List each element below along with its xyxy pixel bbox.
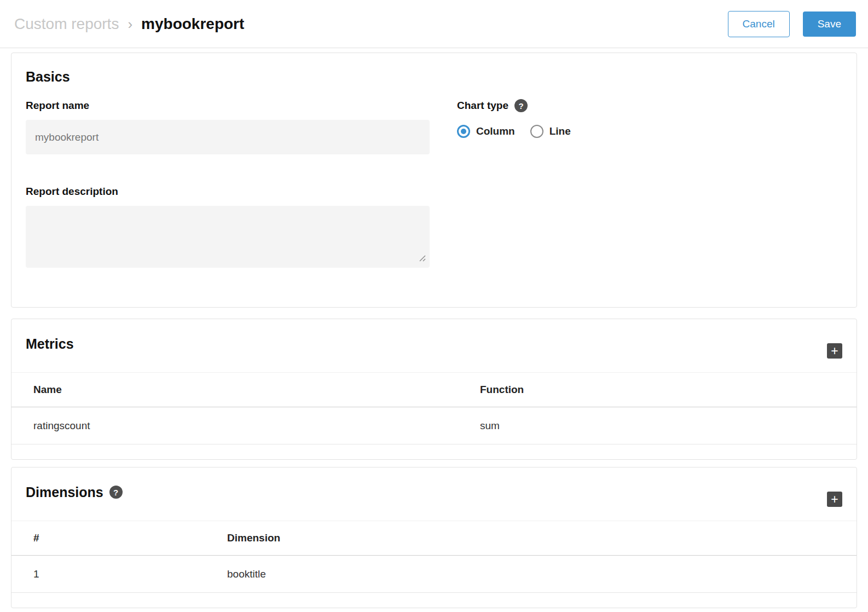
dimensions-help-icon[interactable]: ?: [109, 486, 123, 499]
chart-type-option-line[interactable]: Line: [530, 125, 571, 138]
chevron-right-icon: ›: [128, 15, 132, 33]
column-radio[interactable]: [457, 125, 470, 138]
chart-type-options: Column Line: [457, 125, 842, 138]
column-radio-label: Column: [476, 125, 515, 137]
metrics-title: Metrics: [26, 336, 74, 352]
breadcrumb-custom-reports[interactable]: Custom reports: [14, 15, 119, 33]
dimensions-table-row[interactable]: 1 booktitle: [11, 556, 857, 593]
metrics-card: Metrics + Name Function ratingscount sum: [11, 319, 857, 460]
report-name-label: Report name: [26, 99, 430, 112]
basics-title: Basics: [26, 68, 842, 85]
dimensions-card: Dimensions ? + # Dimension 1 booktitle: [11, 467, 857, 608]
dimension-name-cell: booktitle: [227, 568, 835, 580]
report-description-textarea[interactable]: [26, 206, 430, 268]
report-name-input[interactable]: [26, 120, 430, 154]
page-title: mybookreport: [141, 15, 244, 33]
resize-handle-icon[interactable]: [418, 254, 426, 264]
basics-left-column: Report name Report description: [26, 99, 430, 268]
header-actions: Cancel Save: [728, 11, 856, 37]
metric-function-cell: sum: [480, 420, 835, 432]
chart-type-label: Chart type: [457, 99, 508, 112]
dimensions-title: Dimensions: [26, 484, 103, 500]
add-metric-button[interactable]: +: [827, 343, 842, 359]
dimension-index-cell: 1: [33, 568, 227, 580]
chart-type-option-column[interactable]: Column: [457, 125, 515, 138]
chart-type-section: Chart type ? Column Line: [457, 99, 842, 268]
content: Basics Report name Report description: [0, 48, 868, 608]
dimensions-header-index: #: [33, 532, 227, 544]
metrics-table-row[interactable]: ratingscount sum: [11, 407, 857, 444]
breadcrumb: Custom reports › mybookreport: [14, 15, 244, 33]
app-header: Custom reports › mybookreport Cancel Sav…: [0, 0, 868, 48]
dimensions-table-header: # Dimension: [11, 521, 857, 556]
cancel-button[interactable]: Cancel: [728, 11, 790, 37]
metric-name-cell: ratingscount: [33, 420, 480, 432]
metrics-header-name: Name: [33, 384, 480, 396]
report-description-label: Report description: [26, 185, 430, 198]
line-radio[interactable]: [530, 125, 543, 138]
save-button[interactable]: Save: [803, 11, 856, 37]
metrics-header-function: Function: [480, 384, 835, 396]
line-radio-label: Line: [549, 125, 571, 137]
chart-type-help-icon[interactable]: ?: [514, 99, 528, 112]
metrics-table-header: Name Function: [11, 373, 857, 407]
add-dimension-button[interactable]: +: [827, 492, 842, 507]
dimensions-header-dimension: Dimension: [227, 532, 835, 544]
basics-card: Basics Report name Report description: [11, 53, 857, 308]
